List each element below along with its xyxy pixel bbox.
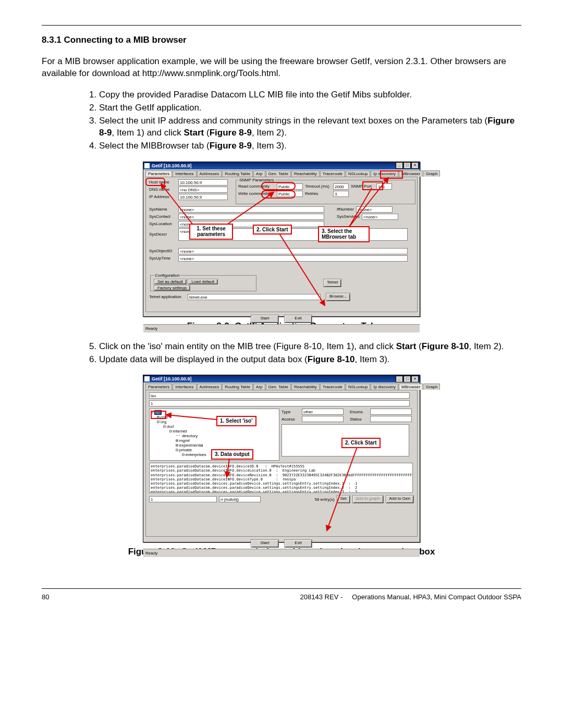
close-button[interactable]: × — [411, 376, 419, 382]
entries-label: 58 entry(s) — [314, 497, 334, 502]
output-data-box[interactable]: enterprises.paradiseDatacom.deviceINFO.d… — [149, 463, 413, 493]
tab-arp[interactable]: Arp — [253, 170, 265, 177]
tab-routing[interactable]: Routing Table — [222, 384, 253, 390]
tab-reachability[interactable]: Reachability — [291, 170, 320, 177]
intro-paragraph: For a MIB browser application example, w… — [42, 56, 521, 80]
tab-reachability[interactable]: Reachability — [291, 384, 320, 390]
access-label: Access — [282, 417, 300, 422]
app-icon — [144, 163, 150, 168]
window-title: Getif [10.100.50.9] — [152, 376, 395, 381]
add-to-gen-button[interactable]: Add to Gen — [386, 495, 414, 503]
steps-list-b: Click on the 'iso' main entity on the MI… — [42, 341, 521, 366]
dns-label: DNS name — [149, 187, 176, 192]
tab-interfaces[interactable]: Interfaces — [173, 384, 196, 390]
start-button[interactable]: Start — [251, 539, 279, 548]
figure-8-10-window: Getif [10.100.50.9] _ □ × Parameters Int… — [143, 375, 420, 542]
tab-bar: Parameters Interfaces Addresses Routing … — [143, 169, 420, 177]
tab-mbrowser[interactable]: MBrowser — [399, 384, 423, 390]
step-4: Select the MIBBrowser tab (Figure 8-9, I… — [99, 140, 521, 152]
type-value: other — [302, 409, 344, 415]
minimize-button[interactable]: _ — [396, 376, 403, 382]
start-button[interactable]: Start — [251, 315, 279, 323]
status-bar: Ready — [143, 324, 420, 332]
telnetapp-input[interactable]: telnet.exe — [188, 294, 321, 300]
exit-button[interactable]: Exit — [284, 315, 312, 323]
steps-list-a: Copy the provided Paradise Datacom LLC M… — [42, 89, 521, 152]
bottom-type-select[interactable]: n (nullobj) — [219, 496, 261, 502]
maximize-button[interactable]: □ — [403, 376, 411, 382]
minimize-button[interactable]: _ — [396, 162, 403, 169]
callout-2: 2. Click Start — [253, 225, 292, 235]
bottom-left-value[interactable]: 1 — [149, 496, 217, 502]
callout-3: 3. Select the MBrowser tab — [318, 226, 370, 242]
timeout-label: Timeout (ms) — [305, 184, 331, 189]
tab-gentable[interactable]: Gen. Table — [266, 384, 291, 390]
timeout-input[interactable]: 2000 — [333, 183, 349, 190]
tab-graph[interactable]: Graph — [423, 384, 440, 390]
access-value — [302, 416, 344, 422]
sysobjid-label: SysObjectID — [149, 249, 176, 253]
step-2: Start the GetIf application. — [99, 102, 521, 114]
oid-value: 1 — [149, 400, 410, 406]
telnet-button[interactable]: Telnet — [323, 279, 341, 287]
callout-1: 1. Set these parameters — [189, 224, 233, 240]
figure-8-9-window: Getif [10.100.50.9] _ □ × Parameters Int… — [143, 162, 420, 317]
tab-parameters[interactable]: Parameters — [145, 170, 172, 177]
footer-title: Operations Manual, HPA3, Mini Compact Ou… — [352, 593, 521, 601]
titlebar: Getif [10.100.50.9] _ □ × — [143, 162, 420, 169]
redbox-hostname — [145, 178, 165, 186]
section-heading: 8.3.1 Connecting to a MIB browser — [42, 35, 521, 45]
syscontact-label: SysContact — [149, 214, 176, 219]
sysuptime-value: <none> — [178, 255, 408, 262]
syscontact-value: <none> — [178, 214, 324, 220]
type-label: Type — [282, 410, 300, 414]
set-default-button[interactable]: Set as default — [154, 279, 187, 285]
tab-addresses[interactable]: Addresses — [197, 384, 222, 390]
page-footer: 80 208143 REV - Operations Manual, HPA3,… — [42, 588, 521, 601]
step-3: Select the unit IP address and community… — [99, 115, 521, 139]
hostname-input[interactable]: 10.100.50.9 — [178, 179, 228, 186]
step-1: Copy the provided Paradise Datacom LLC M… — [99, 89, 521, 101]
tab-gentable[interactable]: Gen. Table — [266, 170, 291, 177]
add-to-graph-button[interactable]: Add to graph — [352, 495, 384, 503]
ifnumber-value: <none> — [356, 206, 393, 213]
close-button[interactable]: × — [411, 162, 419, 169]
redbox-iso — [151, 411, 166, 419]
tab-nslookup[interactable]: NSLookup — [346, 384, 370, 390]
browse-button[interactable]: Browse... — [326, 293, 350, 301]
enums-label: Enums — [350, 410, 368, 414]
callout-click-start: 2. Click Start — [341, 438, 381, 448]
tab-routing[interactable]: Routing Table — [222, 170, 253, 177]
redbox-writecomm — [261, 190, 296, 199]
set-button[interactable]: Set — [337, 495, 350, 503]
telnetapp-label: Telnet application — [149, 294, 186, 299]
tab-interfaces[interactable]: Interfaces — [173, 170, 196, 177]
tab-parameters[interactable]: Parameters — [145, 384, 172, 390]
redbox-snmpport — [362, 181, 383, 190]
sysservices-label: SysServices — [337, 214, 360, 219]
config-label: Configuration — [154, 273, 181, 278]
tab-arp[interactable]: Arp — [253, 384, 265, 390]
step-6: Update data will be displayed in the out… — [99, 354, 521, 366]
factory-button[interactable]: Factory settings — [154, 285, 190, 291]
oid-path: iso — [149, 392, 410, 399]
step-5: Click on the 'iso' main entity on the MI… — [99, 341, 521, 353]
tab-nslookup[interactable]: NSLookup — [346, 170, 370, 177]
ip-label: IP Address — [149, 194, 176, 199]
sysuptime-label: SysUpTime — [149, 256, 176, 261]
tab-addresses[interactable]: Addresses — [197, 170, 222, 177]
callout-select-iso: 1. Select 'iso' — [216, 416, 256, 426]
titlebar: Getif [10.100.50.9] _ □ × — [143, 375, 420, 382]
tab-traceroute[interactable]: Traceroute — [320, 384, 345, 390]
tab-ipdiscovery[interactable]: Ip discovery — [371, 384, 398, 390]
exit-button[interactable]: Exit — [284, 539, 312, 548]
footer-rev: 208143 REV - — [300, 593, 343, 601]
tab-traceroute[interactable]: Traceroute — [320, 170, 345, 177]
retries-input[interactable]: 3 — [333, 191, 349, 197]
redbox-readcomm — [261, 182, 296, 190]
window-title: Getif [10.100.50.9] — [152, 163, 395, 168]
tab-graph[interactable]: Graph — [423, 170, 440, 177]
maximize-button[interactable]: □ — [403, 162, 411, 169]
load-default-button[interactable]: Load default — [188, 279, 218, 285]
status-bar: Ready — [143, 549, 420, 557]
